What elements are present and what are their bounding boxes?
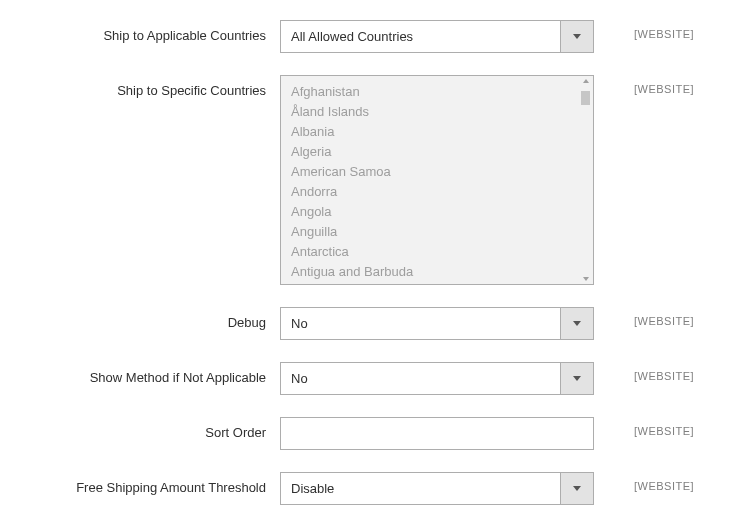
chevron-down-icon <box>573 34 581 39</box>
row-debug: Debug No [WEBSITE] <box>30 307 704 340</box>
scroll-up-icon <box>583 79 589 83</box>
list-item[interactable]: Angola <box>291 202 583 222</box>
free-shipping-threshold-select[interactable]: Disable <box>280 472 594 505</box>
label-sort-order: Sort Order <box>30 417 280 440</box>
show-method-value: No <box>281 363 560 394</box>
row-sort-order: Sort Order [WEBSITE] <box>30 417 704 450</box>
chevron-down-icon <box>573 321 581 326</box>
list-item[interactable]: American Samoa <box>291 162 583 182</box>
field-show-method: No <box>280 362 594 395</box>
free-shipping-threshold-dropdown-button[interactable] <box>560 473 593 504</box>
list-item[interactable]: Antigua and Barbuda <box>291 262 583 282</box>
field-ship-specific: Afghanistan Åland Islands Albania Algeri… <box>280 75 594 285</box>
row-ship-applicable: Ship to Applicable Countries All Allowed… <box>30 20 704 53</box>
debug-select[interactable]: No <box>280 307 594 340</box>
scope-ship-applicable: [WEBSITE] <box>594 20 694 40</box>
ship-applicable-select[interactable]: All Allowed Countries <box>280 20 594 53</box>
scroll-down-icon <box>583 277 589 281</box>
chevron-down-icon <box>573 486 581 491</box>
label-ship-specific: Ship to Specific Countries <box>30 75 280 98</box>
ship-specific-multiselect[interactable]: Afghanistan Åland Islands Albania Algeri… <box>280 75 594 285</box>
label-debug: Debug <box>30 307 280 330</box>
show-method-select[interactable]: No <box>280 362 594 395</box>
scrollbar[interactable] <box>581 79 590 281</box>
field-ship-applicable: All Allowed Countries <box>280 20 594 53</box>
ship-applicable-value: All Allowed Countries <box>281 21 560 52</box>
scope-debug: [WEBSITE] <box>594 307 694 327</box>
list-item[interactable]: Algeria <box>291 142 583 162</box>
field-debug: No <box>280 307 594 340</box>
row-free-shipping-threshold: Free Shipping Amount Threshold Disable [… <box>30 472 704 505</box>
list-item[interactable]: Andorra <box>291 182 583 202</box>
field-sort-order <box>280 417 594 450</box>
list-item[interactable]: Afghanistan <box>291 82 583 102</box>
row-ship-specific: Ship to Specific Countries Afghanistan Å… <box>30 75 704 285</box>
scope-free-shipping-threshold: [WEBSITE] <box>594 472 694 492</box>
scroll-thumb[interactable] <box>581 91 590 105</box>
chevron-down-icon <box>573 376 581 381</box>
list-item[interactable]: Anguilla <box>291 222 583 242</box>
ship-applicable-dropdown-button[interactable] <box>560 21 593 52</box>
list-item[interactable]: Åland Islands <box>291 102 583 122</box>
debug-dropdown-button[interactable] <box>560 308 593 339</box>
sort-order-input[interactable] <box>280 417 594 450</box>
label-ship-applicable: Ship to Applicable Countries <box>30 20 280 43</box>
show-method-dropdown-button[interactable] <box>560 363 593 394</box>
free-shipping-threshold-value: Disable <box>281 473 560 504</box>
scope-ship-specific: [WEBSITE] <box>594 75 694 95</box>
label-show-method: Show Method if Not Applicable <box>30 362 280 385</box>
label-free-shipping-threshold: Free Shipping Amount Threshold <box>30 472 280 495</box>
scope-sort-order: [WEBSITE] <box>594 417 694 437</box>
list-item[interactable]: Albania <box>291 122 583 142</box>
ship-specific-list: Afghanistan Åland Islands Albania Algeri… <box>281 76 593 285</box>
debug-value: No <box>281 308 560 339</box>
scope-show-method: [WEBSITE] <box>594 362 694 382</box>
row-show-method: Show Method if Not Applicable No [WEBSIT… <box>30 362 704 395</box>
list-item[interactable]: Antarctica <box>291 242 583 262</box>
field-free-shipping-threshold: Disable <box>280 472 594 505</box>
